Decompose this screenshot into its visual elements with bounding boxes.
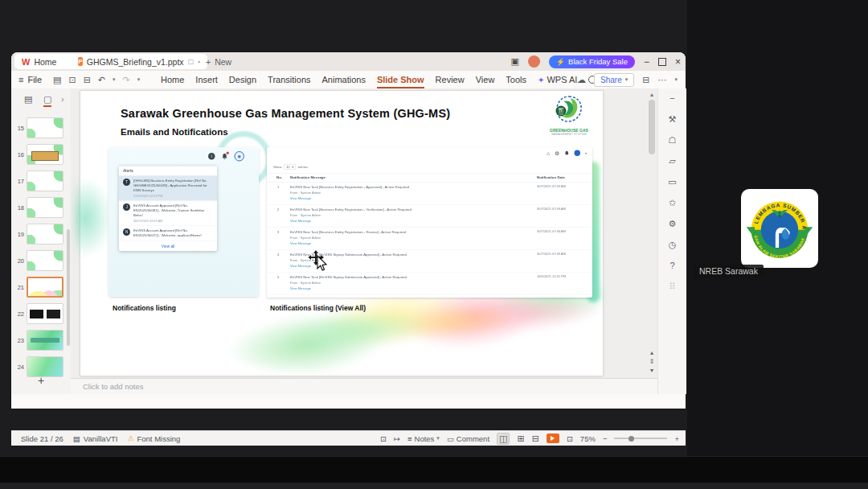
view-message-link[interactable]: View Message bbox=[290, 241, 311, 245]
slide-thumbnail-21-selected[interactable]: 21 bbox=[11, 277, 71, 298]
view-message-link[interactable]: View Message bbox=[290, 196, 311, 200]
next-slide-icon[interactable]: ▾ bbox=[650, 367, 653, 374]
slide-thumbnail-16[interactable]: 16 bbox=[11, 144, 71, 165]
collapse-panel-icon[interactable]: › bbox=[61, 94, 64, 104]
comment-panel-icon[interactable]: ▭ bbox=[658, 177, 686, 187]
alert-item[interactable]: N EnVISS Account Approved [Ref No. ES/20… bbox=[119, 225, 217, 240]
lightning-icon: ⚡ bbox=[556, 58, 565, 66]
maximize-button[interactable] bbox=[658, 58, 666, 66]
view-all-link[interactable]: View all bbox=[119, 240, 217, 251]
black-friday-sale-button[interactable]: ⚡ Black Friday Sale bbox=[549, 55, 635, 68]
normal-view-button[interactable]: ◫ bbox=[497, 433, 510, 445]
table-row[interactable]: 5 EnVISS New Task [EnVISS Signup Submiss… bbox=[267, 272, 592, 295]
double-arrow-icon[interactable]: ⇕ bbox=[649, 358, 655, 365]
zoom-out-button[interactable]: − bbox=[603, 434, 608, 443]
table-row[interactable]: 1 EnVISS New Task [Business Entity Regis… bbox=[267, 182, 592, 205]
table-row[interactable]: 2 EnVISS New Task [Business Entity Regis… bbox=[267, 204, 592, 228]
slide-thumbnail-20[interactable]: 20 bbox=[11, 250, 71, 271]
menu-tools[interactable]: Tools bbox=[506, 71, 526, 88]
tab-preview-icon[interactable]: ▢ bbox=[188, 58, 194, 65]
account-avatar[interactable] bbox=[528, 55, 540, 68]
slide-thumbnail-22[interactable]: 22 bbox=[11, 303, 71, 324]
notes-area[interactable]: Click to add notes bbox=[71, 378, 657, 394]
apps-grid-icon[interactable]: ⠿ bbox=[658, 281, 686, 292]
menu-wps-ai[interactable]: ✦ WPS AI bbox=[538, 71, 577, 88]
view-message-link[interactable]: View Message bbox=[290, 286, 311, 290]
alert-item[interactable]: J EnVISS Account Approved [Ref No. ES/20… bbox=[119, 200, 217, 225]
comment-button[interactable]: ▭ Comment bbox=[447, 434, 489, 443]
thumb-number: 22 bbox=[11, 310, 24, 318]
cloud-sync-icon[interactable]: ☁ bbox=[577, 75, 586, 85]
menu-view[interactable]: View bbox=[476, 71, 495, 88]
export-icon[interactable]: ↦ bbox=[394, 434, 400, 443]
fit-slide-icon[interactable]: ⊡ bbox=[567, 434, 573, 443]
favorites-icon[interactable]: ✩ bbox=[658, 198, 686, 208]
undo-caret-icon[interactable]: ▾ bbox=[113, 76, 116, 83]
help-icon[interactable]: ? bbox=[658, 261, 686, 270]
theme-icon[interactable]: ☖ bbox=[658, 135, 686, 146]
slide-21[interactable]: Sarawak Greenhouse Gas Management System… bbox=[80, 91, 603, 376]
document-tab[interactable]: P GHGMS_Briefing_v1.pptx ▢ • bbox=[71, 54, 207, 69]
print-preview-icon[interactable]: ⊟ bbox=[84, 75, 91, 85]
menu-slide-show[interactable]: Slide Show bbox=[377, 71, 424, 88]
table-row[interactable]: 3 EnVISS New Task [Business Entity Regis… bbox=[267, 227, 592, 250]
history-icon[interactable]: ◷ bbox=[658, 240, 686, 250]
thumbnail-scrollbar[interactable] bbox=[67, 229, 70, 346]
tools-icon[interactable]: ⚒ bbox=[658, 114, 686, 125]
minimize-button[interactable]: − bbox=[644, 57, 649, 67]
more-options-icon[interactable]: ⋯ bbox=[657, 75, 666, 85]
reading-view-button[interactable]: ⊟ bbox=[532, 434, 539, 444]
view-message-link[interactable]: View Message bbox=[290, 219, 311, 223]
previous-slide-icon[interactable]: ▴ bbox=[650, 349, 653, 356]
collapse-sidebar-icon[interactable]: − bbox=[658, 93, 686, 103]
menu-insert[interactable]: Insert bbox=[195, 71, 218, 88]
outline-view-icon[interactable]: ▤ bbox=[24, 94, 32, 105]
hamburger-icon: ≡ bbox=[18, 75, 23, 84]
slide-sorter-view-button[interactable]: ⊞ bbox=[517, 434, 524, 444]
menu-transitions[interactable]: Transitions bbox=[268, 71, 310, 88]
print-icon[interactable]: ⊡ bbox=[68, 75, 76, 85]
file-menu[interactable]: ≡ File bbox=[18, 71, 42, 88]
menu-design[interactable]: Design bbox=[229, 71, 256, 88]
collapse-ribbon-icon[interactable]: ▾ bbox=[674, 76, 678, 83]
zoom-slider[interactable] bbox=[614, 438, 667, 439]
document-tab-label: GHGMS_Briefing_v1.pptx bbox=[87, 57, 184, 67]
menu-animations[interactable]: Animations bbox=[322, 71, 366, 88]
side-panel-icon[interactable]: ⊟ bbox=[642, 75, 649, 85]
warning-icon: ⚠ bbox=[127, 434, 133, 442]
zoom-slider-knob[interactable] bbox=[628, 436, 634, 442]
new-tab-button[interactable]: + New bbox=[206, 54, 231, 69]
menu-review[interactable]: Review bbox=[436, 71, 465, 88]
share-button[interactable]: Share ▾ bbox=[594, 73, 634, 87]
save-icon[interactable]: ▤ bbox=[53, 75, 61, 85]
undo-icon[interactable]: ↶ bbox=[98, 75, 105, 85]
shapes-icon[interactable]: ▱ bbox=[658, 156, 686, 166]
slide-area-scrollbar[interactable] bbox=[649, 100, 655, 154]
nreb-logo-tile: LEMBAGA SUMBER ASLI DAN ALAM SEKITAR SAR… bbox=[741, 189, 818, 268]
zoom-level[interactable]: 75% bbox=[580, 434, 596, 443]
alert-item[interactable]: T [GHG-MS] Business Entity Registration … bbox=[119, 176, 217, 201]
slide-thumbnail-19[interactable]: 19 bbox=[11, 224, 71, 244]
notification-bell-icon bbox=[222, 153, 228, 160]
add-slide-button[interactable]: + bbox=[11, 374, 71, 387]
theme-indicator[interactable]: ▤ VanillaVTI bbox=[73, 434, 118, 443]
quick-access-caret-icon[interactable]: ▾ bbox=[137, 76, 141, 83]
settings-panel-icon[interactable]: ⚙ bbox=[658, 219, 686, 229]
scroll-up-icon[interactable]: ▴ bbox=[648, 91, 656, 98]
slide-thumbnail-23[interactable]: 23 bbox=[11, 330, 71, 351]
font-missing-warning[interactable]: ⚠ Font Missing bbox=[127, 434, 180, 443]
slideshow-play-button[interactable] bbox=[547, 434, 559, 443]
notes-page-icon[interactable]: ⊡ bbox=[380, 434, 387, 443]
tab-list-icon[interactable]: ▣ bbox=[510, 56, 518, 67]
notes-toggle[interactable]: ≡ Notes ▾ bbox=[407, 434, 440, 443]
entries-select[interactable]: 10 ▾ bbox=[284, 164, 296, 170]
menu-home[interactable]: Home bbox=[161, 71, 184, 88]
slide-thumbnail-17[interactable]: 17 bbox=[11, 171, 71, 191]
slide-thumbnail-18[interactable]: 18 bbox=[11, 197, 71, 218]
slide-thumbnail-15[interactable]: 15 bbox=[11, 117, 71, 138]
close-button[interactable]: × bbox=[675, 57, 681, 67]
zoom-in-button[interactable]: + bbox=[674, 434, 679, 443]
home-tab[interactable]: W Home bbox=[14, 54, 79, 69]
slide-view-icon[interactable]: ▢ bbox=[43, 94, 51, 107]
slide-canvas-area: Sarawak Greenhouse Gas Management System… bbox=[71, 88, 657, 378]
